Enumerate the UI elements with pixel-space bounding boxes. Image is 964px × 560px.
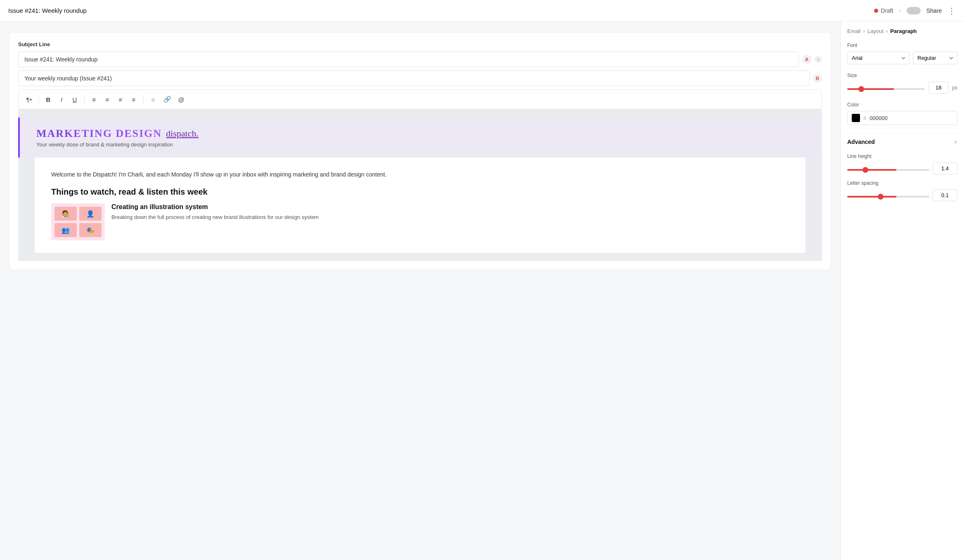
letter-spacing-section: Letter spacing — [847, 180, 957, 201]
card-title: Creating an illustration system — [111, 203, 319, 211]
letter-spacing-label: Letter spacing — [847, 180, 957, 186]
breadcrumb-sep-2: › — [886, 28, 888, 34]
chevron-up-icon: ∧ — [954, 139, 957, 145]
mention-button[interactable]: @ — [175, 93, 187, 106]
font-family-select[interactable]: Arial Georgia Helvetica — [847, 52, 910, 64]
line-height-section: Line height — [847, 153, 957, 174]
text-style-group: B I U — [42, 93, 81, 106]
format-group: ¶ ▾ — [23, 93, 35, 106]
email-brand: MARKETING DESIGN dispatch. Your weekly d… — [36, 127, 198, 148]
subject-b-input[interactable] — [18, 71, 810, 86]
font-row: Arial Georgia Helvetica Regular Bold Ita… — [847, 52, 957, 64]
brand-title-row: MARKETING DESIGN dispatch. — [36, 127, 198, 140]
email-section-title: Things to watch, read & listen this week — [51, 187, 789, 197]
main-layout: Subject Line A × B ¶ ▾ B I — [0, 21, 964, 560]
font-section: Font Arial Georgia Helvetica Regular Bol… — [847, 42, 957, 64]
toggle-switch[interactable] — [907, 7, 921, 14]
advanced-section: Advanced ∧ Line height Letter spac — [847, 133, 957, 201]
breadcrumb-sep-1: › — [863, 28, 865, 34]
line-height-label: Line height — [847, 153, 957, 159]
draft-indicator: Draft — [874, 7, 893, 14]
line-height-input[interactable] — [933, 162, 957, 174]
draft-dot — [874, 9, 878, 13]
chevron-right-icon: › — [899, 8, 901, 14]
email-tagline: Your weekly dose of brand & marketing de… — [36, 141, 198, 148]
subject-section: Subject Line A × B ¶ ▾ B I — [10, 33, 830, 269]
subject-b-row: B — [18, 71, 822, 86]
advanced-title: Advanced — [847, 139, 875, 145]
align-center-button[interactable]: ≡ — [101, 93, 113, 106]
email-body: Welcome to the Dispatch! I'm Charli, and… — [35, 158, 806, 253]
email-canvas: MARKETING DESIGN dispatch. Your weekly d… — [18, 109, 822, 261]
page-title: Issue #241: Weekly roundup — [8, 7, 87, 14]
breadcrumb-email[interactable]: Email — [847, 28, 861, 34]
color-hex-input[interactable] — [869, 115, 953, 121]
card-image: 🧑‍🎨 👤 👥 🎭 — [51, 203, 105, 240]
color-hash: # — [863, 115, 866, 121]
align-left-button[interactable]: ≡ — [88, 93, 100, 106]
size-slider[interactable] — [847, 88, 925, 90]
color-swatch[interactable] — [852, 114, 860, 122]
a-badge: A — [802, 55, 811, 64]
right-panel: Email › Layout › Paragraph Font Arial Ge… — [840, 21, 964, 560]
size-row: px — [847, 82, 957, 94]
size-section: Size px — [847, 73, 957, 94]
align-right-button[interactable]: ≡ — [114, 93, 127, 106]
letter-spacing-row — [847, 189, 957, 201]
draft-label: Draft — [881, 7, 893, 14]
illus-cell-4: 🎭 — [79, 223, 102, 237]
email-header: MARKETING DESIGN dispatch. Your weekly d… — [18, 118, 822, 158]
editor-area: Subject Line A × B ¶ ▾ B I — [0, 21, 840, 560]
panel-breadcrumb: Email › Layout › Paragraph — [847, 28, 957, 34]
card-text: Creating an illustration system Breaking… — [111, 203, 319, 221]
paragraph-button[interactable]: ¶ ▾ — [23, 93, 35, 106]
px-label: px — [952, 85, 957, 91]
line-height-row — [847, 162, 957, 174]
illustration-grid: 🧑‍🎨 👤 👥 🎭 — [51, 203, 105, 240]
toolbar-separator-2 — [84, 95, 85, 104]
bold-button[interactable]: B — [42, 93, 54, 106]
share-button[interactable]: Share — [926, 7, 942, 14]
underline-button[interactable]: U — [69, 93, 81, 106]
size-label: Size — [847, 73, 957, 78]
a-close-icon[interactable]: × — [815, 56, 822, 63]
brand-name: MARKETING DESIGN — [36, 127, 162, 140]
b-badge: B — [813, 74, 822, 83]
brand-script: dispatch. — [166, 128, 198, 139]
color-section: Color # — [847, 102, 957, 125]
size-input[interactable] — [928, 82, 949, 94]
illus-cell-3: 👥 — [54, 223, 77, 237]
italic-button[interactable]: I — [55, 93, 68, 106]
align-group: ≡ ≡ ≡ ≡ — [88, 93, 140, 106]
font-label: Font — [847, 42, 957, 48]
circle-button[interactable]: ○ — [147, 93, 159, 106]
illus-cell-2: 👤 — [79, 207, 102, 221]
breadcrumb-paragraph: Paragraph — [890, 28, 917, 34]
toolbar-separator-3 — [143, 95, 144, 104]
color-label: Color — [847, 102, 957, 108]
advanced-header[interactable]: Advanced ∧ — [847, 133, 957, 150]
align-justify-button[interactable]: ≡ — [128, 93, 140, 106]
line-height-slider[interactable] — [847, 169, 929, 171]
letter-spacing-slider-container — [847, 192, 929, 199]
line-height-slider-container — [847, 165, 929, 172]
more-button[interactable]: ⋮ — [947, 6, 956, 16]
subject-a-input[interactable] — [18, 52, 799, 67]
breadcrumb-layout[interactable]: Layout — [867, 28, 884, 34]
email-intro: Welcome to the Dispatch! I'm Charli, and… — [51, 170, 789, 179]
letter-spacing-slider[interactable] — [847, 196, 929, 198]
size-slider-container — [847, 85, 925, 91]
color-row[interactable]: # — [847, 111, 957, 125]
subject-a-row: A × — [18, 52, 822, 67]
subject-label: Subject Line — [18, 41, 822, 47]
editor-toolbar: ¶ ▾ B I U ≡ ≡ ≡ ≡ ○ 🔗 @ — [18, 89, 822, 109]
topbar-actions: Draft › Share ⋮ — [874, 6, 956, 16]
letter-spacing-input[interactable] — [933, 189, 957, 201]
content-card: 🧑‍🎨 👤 👥 🎭 Creating an illustration syste… — [51, 203, 789, 240]
font-style-select[interactable]: Regular Bold Italic — [913, 52, 957, 64]
advanced-body: Line height Letter spacing — [847, 150, 957, 201]
topbar: Issue #241: Weekly roundup Draft › Share… — [0, 0, 964, 21]
illus-cell-1: 🧑‍🎨 — [54, 207, 77, 221]
toolbar-separator-1 — [38, 95, 39, 104]
link-button[interactable]: 🔗 — [161, 93, 173, 106]
